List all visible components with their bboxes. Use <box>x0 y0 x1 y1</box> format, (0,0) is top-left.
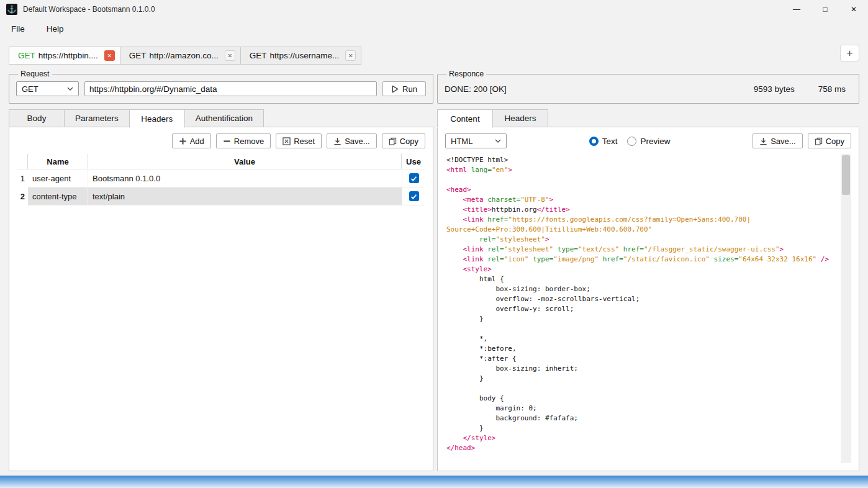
code-line: overflow-y: scroll; <box>446 304 838 314</box>
code-scrollbar[interactable] <box>841 154 851 463</box>
copy-label: Copy <box>400 137 418 146</box>
save-icon <box>333 137 341 145</box>
chevron-down-icon <box>67 87 73 91</box>
reset-label: Reset <box>294 137 315 146</box>
headers-toolbar: AddRemoveResetSave...Copy <box>17 133 425 148</box>
tab-close-icon[interactable]: ✕ <box>104 50 115 61</box>
tab-body[interactable]: Body <box>9 109 65 127</box>
run-label: Run <box>402 84 417 94</box>
run-button[interactable]: Run <box>382 81 426 96</box>
code-line: *:after { <box>446 354 838 364</box>
radio-label: Preview <box>640 137 670 146</box>
request-legend: Request <box>18 70 52 78</box>
copy-icon <box>389 137 397 145</box>
row-number: 1 <box>17 169 28 188</box>
tab-close-icon[interactable]: ✕ <box>345 50 356 61</box>
menu-bar: File Help <box>0 19 868 39</box>
table-corner <box>17 154 28 169</box>
header-use-cell[interactable] <box>402 188 425 206</box>
menu-file[interactable]: File <box>11 24 25 34</box>
code-line: </head> <box>446 443 838 453</box>
save-label: Save... <box>771 137 795 146</box>
add-icon <box>179 137 187 145</box>
code-line: margin: 0; <box>446 404 838 413</box>
code-line <box>446 175 838 185</box>
copy-icon <box>815 137 823 145</box>
copy-button[interactable]: Copy <box>808 133 851 148</box>
method-select[interactable]: GET <box>16 81 79 96</box>
response-body-view: <!DOCTYPE html><html lang="en"> <head> <… <box>445 154 851 463</box>
tab-method-label: GET <box>129 51 147 60</box>
save-button[interactable]: Save... <box>753 133 802 148</box>
save-icon <box>759 137 767 145</box>
save-button[interactable]: Save... <box>327 133 376 148</box>
header-value-cell[interactable]: text/plain <box>88 188 402 206</box>
maximize-button[interactable]: □ <box>811 0 839 19</box>
code-line: html { <box>446 274 838 284</box>
header-name-cell[interactable]: user-agent <box>28 169 88 188</box>
view-option-preview[interactable]: Preview <box>627 137 670 146</box>
reset-button[interactable]: Reset <box>276 133 322 148</box>
main-area: Request GET Run BodyParametersHeadersAut… <box>0 65 868 471</box>
header-value-cell[interactable]: Bootsmann 0.1.0.0 <box>88 169 402 188</box>
code-line <box>446 384 838 394</box>
table-row[interactable]: 2content-typetext/plain <box>17 188 425 206</box>
tab-content[interactable]: Content <box>437 109 493 128</box>
table-row[interactable]: 1user-agentBootsmann 0.1.0.0 <box>17 169 425 188</box>
request-panel: AddRemoveResetSave...Copy NameValueUse1u… <box>9 127 433 471</box>
tab-headers[interactable]: Headers <box>492 109 548 127</box>
chevron-down-icon <box>495 139 501 143</box>
document-tab[interactable]: GEThttps://httpbin....✕ <box>9 47 120 65</box>
tab-url-label: https://httpbin.... <box>38 51 98 60</box>
request-groupbox: Request GET Run <box>9 70 433 104</box>
code-line: } <box>446 374 838 384</box>
tab-close-icon[interactable]: ✕ <box>225 50 235 61</box>
menu-help[interactable]: Help <box>47 24 64 34</box>
header-name-cell[interactable]: content-type <box>28 188 88 206</box>
response-time: 758 ms <box>818 84 846 94</box>
header-use-cell[interactable] <box>402 169 425 188</box>
code-line: <!DOCTYPE html> <box>446 155 838 165</box>
radio-label: Text <box>602 137 618 146</box>
new-tab-button[interactable]: + <box>840 45 859 61</box>
copy-button[interactable]: Copy <box>382 133 425 148</box>
code-line: <link href="https://fonts.googleapis.com… <box>446 215 838 225</box>
view-option-text[interactable]: Text <box>589 137 618 146</box>
tab-parameters[interactable]: Parameters <box>64 109 130 127</box>
code-line: <head> <box>446 185 838 195</box>
code-line: overflow: -moz-scrollbars-vertical; <box>446 294 838 304</box>
document-tab[interactable]: GEThttps://username...✕ <box>240 47 362 65</box>
tab-authentification[interactable]: Authentification <box>184 109 264 127</box>
minimize-button[interactable]: — <box>782 0 811 19</box>
code-line: } <box>446 423 838 433</box>
tab-method-label: GET <box>250 51 267 60</box>
view-mode-radios: TextPreview <box>589 137 671 146</box>
code-line: </style> <box>446 433 838 443</box>
response-size: 9593 bytes <box>754 84 795 94</box>
code-line: Source+Code+Pro:300,600|Titillium+Web:40… <box>446 225 838 235</box>
request-tabs: BodyParametersHeadersAuthentification <box>9 109 433 127</box>
scrollbar-thumb[interactable] <box>842 155 850 195</box>
column-header-name: Name <box>28 154 88 169</box>
method-value: GET <box>22 84 38 94</box>
tab-headers[interactable]: Headers <box>129 109 185 128</box>
code-line: <title>httpbin.org</title> <box>446 205 838 215</box>
window-controls: — □ ✕ <box>782 0 868 19</box>
close-button[interactable]: ✕ <box>839 0 868 19</box>
radio-unselected-icon <box>627 137 636 146</box>
url-input[interactable] <box>84 81 377 96</box>
document-tab[interactable]: GEThttp://amazon.co...✕ <box>120 47 241 65</box>
play-icon <box>391 85 399 93</box>
use-checkbox[interactable] <box>409 191 419 201</box>
column-header-use: Use <box>402 154 425 169</box>
response-status-line: DONE: 200 [OK] 9593 bytes 758 ms <box>445 81 852 96</box>
tab-url-label: http://amazon.co... <box>150 51 219 60</box>
reset-icon <box>283 137 291 145</box>
use-checkbox[interactable] <box>409 173 419 183</box>
add-button[interactable]: Add <box>172 133 211 148</box>
format-select[interactable]: HTML <box>445 133 507 148</box>
response-legend: Responce <box>446 70 486 78</box>
remove-button[interactable]: Remove <box>216 133 271 148</box>
row-number: 2 <box>17 188 28 206</box>
code-line: *:before, <box>446 344 838 354</box>
